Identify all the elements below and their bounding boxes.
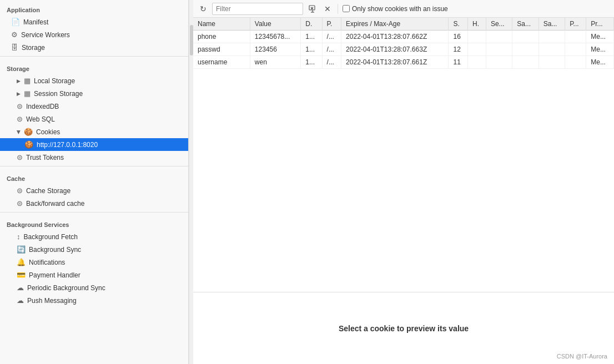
sidebar-item-trust-tokens[interactable]: ⊜ Trust Tokens [0,151,188,164]
svg-rect-0 [309,6,315,10]
trust-tokens-icon: ⊜ [17,153,23,161]
cookies-icon: 🍪 [24,128,33,136]
session-storage-label: Session Storage [34,90,83,98]
col-priority[interactable]: P... [565,18,586,31]
sidebar-scrollbar[interactable] [189,0,193,364]
divider3 [0,212,188,213]
cell-partitioned: Me... [586,43,614,56]
cookies-url-icon: 🍪 [24,140,33,149]
cell-value: 12345678... [250,31,300,43]
sidebar-item-cache-storage[interactable]: ⊜ Cache Storage [0,184,188,197]
cell-partitioned: Me... [586,56,614,69]
sidebar-item-storage[interactable]: 🗄 Storage [0,41,188,54]
service-workers-label: Service Workers [21,31,70,39]
sidebar-item-indexeddb[interactable]: ⊜ IndexedDB [0,100,188,113]
manifest-label: Manifest [23,18,48,26]
local-storage-chevron: ▶ [17,78,21,84]
cell-samesite [512,56,538,69]
cell-size: 16 [449,31,468,43]
cell-domain: 1... [301,43,322,56]
refresh-icon: ↻ [200,4,207,13]
clear-button[interactable] [306,4,319,14]
background-sync-label: Background Sync [29,246,81,254]
col-partitioned[interactable]: Pr... [586,18,614,31]
toolbar-separator [338,4,338,14]
only-show-text: Only show cookies with an issue [352,5,448,13]
sidebar-item-back-forward-cache[interactable]: ⊜ Back/forward cache [0,197,188,210]
col-samesite2[interactable]: Sa... [538,18,565,31]
service-workers-icon: ⚙ [11,31,18,39]
clear-icon [309,5,316,13]
table-row[interactable]: usernamewen1.../...2022-04-01T13:28:07.6… [193,56,614,69]
background-services-header: Background Services [0,217,188,230]
col-value[interactable]: Value [250,18,300,31]
push-messaging-label: Push Messaging [27,297,77,305]
cell-secure [486,43,512,56]
notifications-icon: 🔔 [17,258,26,266]
cache-storage-label: Cache Storage [26,187,71,195]
sidebar-item-notifications[interactable]: 🔔 Notifications [0,256,188,269]
table-header-row: Name Value D. P. Expires / Max-Age S. H.… [193,18,614,31]
sidebar-item-periodic-background-sync[interactable]: ☁ Periodic Background Sync [0,281,188,294]
indexeddb-icon: ⊜ [17,102,23,110]
cell-path: /... [322,31,341,43]
cell-priority [565,43,586,56]
col-samesite[interactable]: Sa... [512,18,538,31]
cookies-label: Cookies [36,128,60,136]
col-path[interactable]: P. [322,18,341,31]
close-icon: ✕ [324,4,331,13]
refresh-button[interactable]: ↻ [198,3,209,14]
cell-partitioned: Me... [586,31,614,43]
cell-name: username [193,56,250,69]
cell-priority [565,31,586,43]
divider1 [0,56,188,57]
cache-section-header: Cache [0,171,188,184]
sidebar-item-service-workers[interactable]: ⚙ Service Workers [0,28,188,41]
sidebar-item-background-fetch[interactable]: ↕ Background Fetch [0,230,188,243]
sidebar-item-cookies[interactable]: ▶ 🍪 Cookies [0,125,188,138]
cell-expires: 2022-04-01T13:28:07.662Z [341,31,449,43]
cell-path: /... [322,43,341,56]
only-show-label[interactable]: Only show cookies with an issue [343,5,448,13]
col-name[interactable]: Name [193,18,250,31]
cell-value: wen [250,56,300,69]
table-row[interactable]: passwd1234561.../...2022-04-01T13:28:07.… [193,43,614,56]
cell-samesite2 [538,43,565,56]
sidebar-item-background-sync[interactable]: 🔄 Background Sync [0,243,188,256]
periodic-background-sync-icon: ☁ [17,284,24,292]
sidebar-item-cookies-url[interactable]: 🍪 http://127.0.0.1:8020 [0,138,188,151]
storage-top-label: Storage [22,44,45,52]
sidebar-item-session-storage[interactable]: ▶ ▦ Session Storage [0,87,188,100]
only-show-checkbox-input[interactable] [343,5,350,12]
col-size[interactable]: S. [449,18,468,31]
table-row[interactable]: phone12345678...1.../...2022-04-01T13:28… [193,31,614,43]
sidebar-item-local-storage[interactable]: ▶ ▦ Local Storage [0,74,188,87]
storage-section-header: Storage [0,61,188,74]
col-domain[interactable]: D. [301,18,322,31]
divider2 [0,166,188,166]
sidebar-item-manifest[interactable]: 📄 Manifest [0,16,188,28]
filter-input[interactable] [212,3,303,15]
col-httponly[interactable]: H. [467,18,486,31]
manifest-icon: 📄 [11,18,20,26]
sidebar-item-payment-handler[interactable]: 💳 Payment Handler [0,269,188,281]
sidebar-item-push-messaging[interactable]: ☁ Push Messaging [0,294,188,307]
cookies-tbody: phone12345678...1.../...2022-04-01T13:28… [193,31,614,69]
cell-path: /... [322,56,341,69]
cache-storage-icon: ⊜ [17,186,23,195]
session-storage-chevron: ▶ [17,91,21,97]
sidebar-item-websql[interactable]: ⊜ Web SQL [0,113,188,125]
trust-tokens-label: Trust Tokens [26,154,64,161]
cell-size: 12 [449,43,468,56]
cell-httponly [467,56,486,69]
cookies-chevron: ▶ [16,130,22,134]
cell-expires: 2022-04-01T13:28:07.661Z [341,56,449,69]
close-button[interactable]: ✕ [322,3,333,14]
preview-panel: Select a cookie to preview its value [193,292,614,364]
col-secure[interactable]: Se... [486,18,512,31]
sidebar: Application 📄 Manifest ⚙ Service Workers… [0,0,189,364]
cell-value: 123456 [250,43,300,56]
col-expires[interactable]: Expires / Max-Age [341,18,449,31]
background-fetch-label: Background Fetch [24,233,78,241]
local-storage-icon: ▦ [24,77,31,85]
